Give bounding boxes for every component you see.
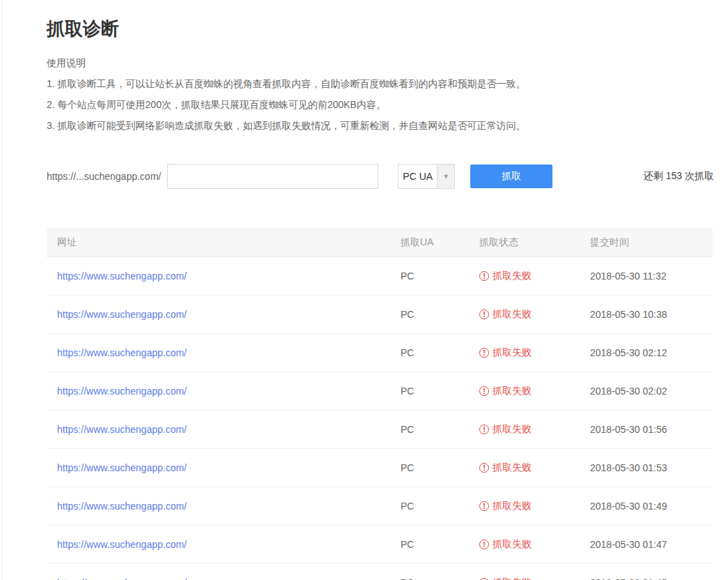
- row-url-link[interactable]: https://www.suchengapp.com/: [57, 270, 187, 282]
- site-url-prefix: https://...suchengapp.com/: [47, 171, 161, 182]
- row-ua: PC: [401, 462, 479, 473]
- row-ua: PC: [401, 270, 479, 282]
- table-header-row: 网址 抓取UA 抓取状态 提交时间: [47, 228, 713, 257]
- error-circle-icon: !: [479, 540, 489, 549]
- row-status-text[interactable]: 抓取失败: [493, 423, 532, 436]
- row-status-text[interactable]: 抓取失败: [493, 461, 532, 474]
- ua-select[interactable]: PC UA ▼: [398, 164, 455, 189]
- row-time: 2018-05-30 01:45: [590, 577, 713, 580]
- row-url-link[interactable]: https://www.suchengapp.com/: [57, 462, 187, 473]
- error-circle-icon: !: [479, 463, 489, 473]
- row-url-link[interactable]: https://www.suchengapp.com/: [57, 577, 187, 580]
- error-circle-icon: !: [479, 501, 489, 511]
- row-url-link[interactable]: https://www.suchengapp.com/: [57, 424, 187, 435]
- table-row: https://www.suchengapp.com/ PC ! 抓取失败 20…: [47, 372, 713, 411]
- row-time: 2018-05-30 01:47: [590, 539, 713, 550]
- table-row: https://www.suchengapp.com/ PC ! 抓取失败 20…: [47, 296, 713, 334]
- table-row: https://www.suchengapp.com/ PC ! 抓取失败 20…: [47, 257, 713, 296]
- row-time: 2018-05-30 01:53: [590, 462, 713, 473]
- row-status-text[interactable]: 抓取失败: [493, 308, 532, 321]
- crawl-history-table: 网址 抓取UA 抓取状态 提交时间 https://www.suchengapp…: [47, 228, 713, 580]
- row-status-text[interactable]: 抓取失败: [493, 577, 532, 580]
- row-ua: PC: [401, 539, 479, 550]
- remaining-quota-text: 还剩 153 次抓取: [644, 170, 714, 183]
- row-ua: PC: [401, 386, 479, 397]
- row-url-link[interactable]: https://www.suchengapp.com/: [57, 309, 187, 320]
- crawl-form: https://...suchengapp.com/ PC UA ▼ 抓取 还剩…: [47, 164, 714, 189]
- row-time: 2018-05-30 02:02: [590, 386, 713, 397]
- usage-instructions: 使用说明 1. 抓取诊断工具，可以让站长从百度蜘蛛的视角查看抓取内容，自助诊断百…: [47, 52, 714, 136]
- header-ua: 抓取UA: [401, 236, 479, 249]
- ua-selected-value: PC UA: [398, 165, 437, 188]
- crawl-diagnosis-page: 抓取诊断 使用说明 1. 抓取诊断工具，可以让站长从百度蜘蛛的视角查看抓取内容，…: [1, 0, 728, 580]
- fetch-button[interactable]: 抓取: [470, 165, 552, 188]
- table-body: https://www.suchengapp.com/ PC ! 抓取失败 20…: [47, 257, 713, 580]
- error-circle-icon: !: [479, 386, 489, 396]
- row-ua: PC: [401, 577, 479, 580]
- table-row: https://www.suchengapp.com/ PC ! 抓取失败 20…: [47, 487, 713, 526]
- row-time: 2018-05-30 01:56: [590, 424, 713, 435]
- row-status-text[interactable]: 抓取失败: [493, 500, 532, 512]
- header-time: 提交时间: [590, 236, 713, 249]
- instruction-item: 1. 抓取诊断工具，可以让站长从百度蜘蛛的视角查看抓取内容，自助诊断百度蜘蛛看到…: [47, 73, 714, 94]
- row-ua: PC: [401, 424, 479, 435]
- page-title: 抓取诊断: [47, 17, 714, 40]
- table-row: https://www.suchengapp.com/ PC ! 抓取失败 20…: [47, 334, 713, 372]
- row-time: 2018-05-30 02:12: [590, 347, 713, 358]
- error-circle-icon: !: [479, 425, 489, 434]
- row-url-link[interactable]: https://www.suchengapp.com/: [57, 501, 187, 512]
- row-url-link[interactable]: https://www.suchengapp.com/: [57, 347, 187, 358]
- instructions-heading: 使用说明: [47, 52, 714, 73]
- row-time: 2018-05-30 11:32: [590, 270, 713, 282]
- row-ua: PC: [401, 501, 479, 512]
- error-circle-icon: !: [479, 348, 489, 358]
- header-status: 抓取状态: [479, 236, 590, 249]
- row-time: 2018-05-30 10:38: [590, 309, 713, 320]
- url-path-input[interactable]: [167, 164, 378, 189]
- row-status-text[interactable]: 抓取失败: [493, 270, 532, 282]
- table-row: https://www.suchengapp.com/ PC ! 抓取失败 20…: [47, 526, 713, 564]
- row-status-text[interactable]: 抓取失败: [493, 385, 532, 397]
- table-row: https://www.suchengapp.com/ PC ! 抓取失败 20…: [47, 449, 713, 487]
- row-ua: PC: [401, 309, 479, 320]
- chevron-down-icon[interactable]: ▼: [437, 165, 454, 188]
- instruction-item: 2. 每个站点每周可使用200次，抓取结果只展现百度蜘蛛可见的前200KB内容。: [47, 94, 714, 115]
- row-status-text[interactable]: 抓取失败: [493, 346, 532, 359]
- row-time: 2018-05-30 01:49: [590, 501, 713, 512]
- row-url-link[interactable]: https://www.suchengapp.com/: [57, 386, 187, 397]
- error-circle-icon: !: [479, 271, 489, 281]
- header-url: 网址: [47, 236, 401, 249]
- error-circle-icon: !: [479, 310, 489, 319]
- table-row: https://www.suchengapp.com/ PC ! 抓取失败 20…: [47, 564, 713, 580]
- row-url-link[interactable]: https://www.suchengapp.com/: [57, 539, 187, 550]
- table-row: https://www.suchengapp.com/ PC ! 抓取失败 20…: [47, 411, 713, 449]
- instruction-item: 3. 抓取诊断可能受到网络影响造成抓取失败，如遇到抓取失败情况，可重新检测，并自…: [47, 115, 714, 136]
- row-ua: PC: [401, 347, 479, 358]
- row-status-text[interactable]: 抓取失败: [493, 538, 532, 551]
